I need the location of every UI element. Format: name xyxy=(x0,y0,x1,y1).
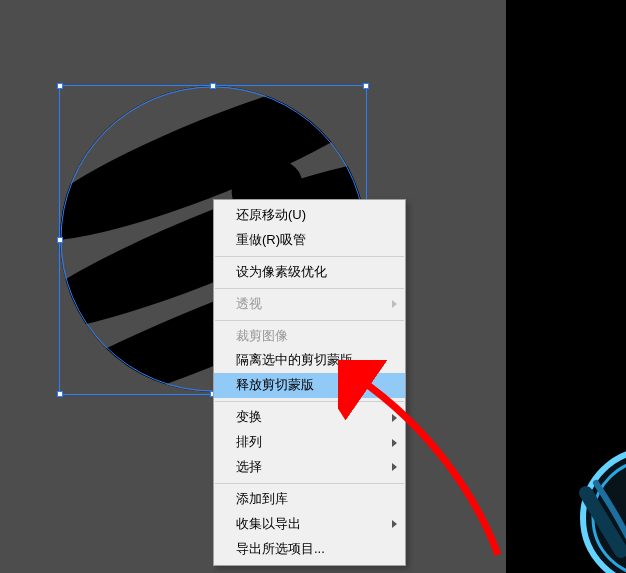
menu-item[interactable]: 选择 xyxy=(214,455,405,480)
menu-item[interactable]: 重做(R)吸管 xyxy=(214,228,405,253)
menu-item[interactable]: 变换 xyxy=(214,405,405,430)
chevron-right-icon xyxy=(392,463,397,471)
menu-item: 透视 xyxy=(214,292,405,317)
menu-item-label: 释放剪切蒙版 xyxy=(236,377,314,392)
chevron-right-icon xyxy=(392,300,397,308)
menu-item-label: 变换 xyxy=(236,409,262,424)
context-menu[interactable]: 还原移动(U)重做(R)吸管设为像素级优化透视裁剪图像隔离选中的剪切蒙版释放剪切… xyxy=(213,199,406,566)
menu-separator xyxy=(215,483,404,484)
menu-item-label: 添加到库 xyxy=(236,491,288,506)
menu-item[interactable]: 隔离选中的剪切蒙版 xyxy=(214,348,405,373)
chevron-right-icon xyxy=(392,439,397,447)
menu-item[interactable]: 设为像素级优化 xyxy=(214,260,405,285)
menu-item[interactable]: 排列 xyxy=(214,430,405,455)
menu-separator xyxy=(215,256,404,257)
chevron-right-icon xyxy=(392,520,397,528)
menu-item-label: 隔离选中的剪切蒙版 xyxy=(236,352,353,367)
handle-middle-left[interactable] xyxy=(57,237,63,243)
chevron-right-icon xyxy=(392,414,397,422)
menu-item: 裁剪图像 xyxy=(214,324,405,349)
corner-art xyxy=(566,433,626,573)
menu-item-label: 透视 xyxy=(236,296,262,311)
menu-item[interactable]: 还原移动(U) xyxy=(214,203,405,228)
menu-item-label: 导出所选项目... xyxy=(236,541,325,556)
menu-item-label: 收集以导出 xyxy=(236,516,301,531)
handle-top-right[interactable] xyxy=(363,83,369,89)
menu-item[interactable]: 添加到库 xyxy=(214,487,405,512)
handle-top-left[interactable] xyxy=(57,83,63,89)
menu-item-label: 重做(R)吸管 xyxy=(236,232,306,247)
menu-item-label: 还原移动(U) xyxy=(236,207,306,222)
menu-item-label: 裁剪图像 xyxy=(236,328,288,343)
menu-item-label: 设为像素级优化 xyxy=(236,264,327,279)
side-black-panel xyxy=(506,0,626,573)
menu-item[interactable]: 收集以导出 xyxy=(214,512,405,537)
menu-separator xyxy=(215,288,404,289)
menu-item-label: 选择 xyxy=(236,459,262,474)
menu-item[interactable]: 导出所选项目... xyxy=(214,537,405,562)
menu-item[interactable]: 释放剪切蒙版 xyxy=(214,373,405,398)
menu-separator xyxy=(215,401,404,402)
handle-bottom-left[interactable] xyxy=(57,391,63,397)
handle-top-middle[interactable] xyxy=(210,83,216,89)
menu-separator xyxy=(215,320,404,321)
menu-item-label: 排列 xyxy=(236,434,262,449)
